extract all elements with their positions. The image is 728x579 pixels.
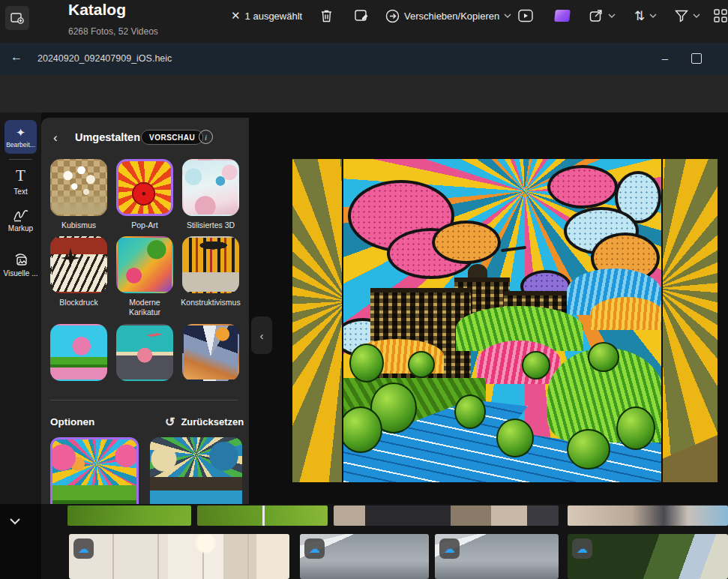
- style-card-popart[interactable]: Pop-Art: [116, 159, 177, 230]
- sort-button[interactable]: ⇅: [634, 7, 657, 25]
- rail-item-visuelle[interactable]: Visuelle ...: [0, 252, 41, 278]
- halftone-cloud: [432, 220, 501, 264]
- move-arrow-icon: [385, 9, 400, 23]
- chevron-down-icon: [504, 14, 511, 18]
- cloud-icon: ☁: [309, 542, 320, 556]
- halftone-cloud: [547, 165, 618, 208]
- edit-image-icon: [355, 9, 369, 22]
- slideshow-button[interactable]: [518, 7, 533, 25]
- style-card-pixel-art[interactable]: [50, 324, 107, 381]
- edit-image-button[interactable]: [355, 7, 369, 25]
- photo-tile[interactable]: ☁: [568, 534, 728, 579]
- collapse-strip-button[interactable]: [9, 518, 21, 525]
- artwork-preview[interactable]: [292, 159, 718, 482]
- options-title: Optionen: [50, 416, 94, 428]
- cloud-sync-badge: ☁: [73, 538, 94, 559]
- layout-grid-button[interactable]: [714, 7, 727, 25]
- photo-tile[interactable]: ☁: [435, 534, 559, 579]
- delete-button[interactable]: [320, 7, 333, 25]
- style-label: Kubismus: [46, 220, 111, 230]
- style-label: Blockdruck: [46, 298, 111, 308]
- style-card-moderne-karikatur[interactable]: Moderne Karikatur: [116, 236, 177, 317]
- albums-button[interactable]: [555, 7, 570, 25]
- cloud-sync-badge: ☁: [572, 538, 592, 559]
- page-subtitle: 6268 Fotos, 52 Videos: [68, 26, 158, 37]
- share-button[interactable]: [589, 7, 616, 25]
- style-label: Moderne Karikatur: [112, 298, 177, 317]
- style-label: Pop-Art: [112, 220, 177, 230]
- photo-thumb[interactable]: [67, 506, 191, 526]
- screen: Katalog 6268 Fotos, 52 Videos ✕ 1 ausgew…: [0, 0, 728, 579]
- style-thumbnail: [182, 159, 239, 216]
- style-card-retro[interactable]: [116, 324, 173, 381]
- panel-collapse-button[interactable]: ‹: [251, 316, 272, 354]
- photo-thumb[interactable]: [334, 506, 559, 526]
- filter-icon: [675, 10, 688, 22]
- filter-button[interactable]: [675, 7, 700, 25]
- move-copy-button[interactable]: Verschieben/Kopieren: [385, 7, 511, 25]
- style-card-kubismus[interactable]: Kubismus: [50, 159, 111, 230]
- style-label: Konstruktivismus: [178, 298, 243, 308]
- info-icon[interactable]: i: [199, 130, 213, 144]
- divider: [9, 159, 32, 160]
- style-thumbnail-selected: [116, 159, 173, 216]
- tree: [567, 429, 610, 470]
- tools-rail: ✦ Bearbeit... T Text Markup Visuelle ...: [0, 112, 41, 514]
- tree: [522, 351, 550, 380]
- style-card-lowpoly[interactable]: [182, 324, 239, 381]
- panel-title: Umgestalten: [75, 131, 140, 143]
- expanded-edge-right: [663, 159, 718, 482]
- gallery-strip: ☁ ☁ ☁ ☁: [0, 504, 728, 579]
- add-folder-icon: [10, 12, 24, 24]
- style-thumbnail: [182, 236, 239, 293]
- chevron-down-icon: [608, 14, 616, 18]
- photos-header: Katalog 6268 Fotos, 52 Videos ✕ 1 ausgew…: [0, 0, 728, 43]
- clear-selection-button[interactable]: ✕ 1 ausgewählt: [231, 7, 302, 25]
- rail-item-markup[interactable]: Markup: [0, 208, 41, 232]
- design-canvas: ‹: [249, 112, 728, 504]
- move-copy-label: Verschieben/Kopieren: [404, 10, 499, 22]
- style-thumbnail: [182, 324, 239, 381]
- sort-arrows-icon: ⇅: [634, 8, 645, 24]
- video-icon: [518, 9, 533, 22]
- style-card-stilisiertes-3d[interactable]: Stilisiertes 3D: [182, 159, 243, 230]
- preview-badge: VORSCHAU: [141, 130, 203, 145]
- cloud-icon: ☁: [444, 542, 455, 556]
- photo-thumb[interactable]: [568, 506, 728, 526]
- photo-thumb[interactable]: [197, 506, 328, 526]
- style-card-blockdruck[interactable]: Blockdruck: [50, 236, 111, 308]
- divider: [50, 400, 238, 400]
- minimize-button[interactable]: –: [654, 52, 676, 64]
- style-label: Stilisiertes 3D: [178, 220, 243, 230]
- grid-icon: [714, 9, 727, 22]
- designer-toolbar: Designer Design 1 15 % ↶ ↷ Speichern 10: [0, 75, 728, 112]
- maximize-button[interactable]: [691, 53, 702, 64]
- chevron-down-icon: [693, 14, 700, 18]
- option-variant-1-selected[interactable]: [50, 437, 139, 504]
- cloud-sync-badge: ☁: [439, 538, 460, 559]
- filename-label: 20240920_092407909_iOS.heic: [37, 53, 172, 64]
- rail-item-label: Text: [13, 188, 27, 196]
- reset-icon: ↺: [165, 415, 175, 429]
- tree: [454, 394, 486, 429]
- reset-label: Zurücksetzen: [181, 416, 244, 428]
- back-button[interactable]: ←: [10, 50, 22, 64]
- panel-back-button[interactable]: ‹: [53, 130, 58, 146]
- style-thumbnail: [50, 324, 107, 381]
- style-thumbnail: [116, 324, 173, 381]
- photo-tile[interactable]: ☁: [69, 534, 289, 579]
- style-thumbnail: [50, 159, 107, 216]
- reset-button[interactable]: ↺ Zurücksetzen: [165, 415, 244, 429]
- style-thumbnail: [116, 236, 173, 293]
- rail-item-text[interactable]: T Text: [0, 166, 41, 196]
- expanded-edge-left: [292, 159, 342, 482]
- style-card-konstruktivismus[interactable]: Konstruktivismus: [182, 236, 243, 308]
- option-variant-2[interactable]: [150, 437, 242, 504]
- rail-item-bearbeiten[interactable]: ✦ Bearbeit...: [4, 120, 37, 154]
- album-folder-icon: [554, 10, 571, 22]
- rail-item-label: Visuelle ...: [4, 269, 38, 278]
- photo-tile[interactable]: ☁: [300, 534, 429, 579]
- viewer-title-bar: ← 20240920_092407909_iOS.heic –: [0, 43, 728, 75]
- add-folder-button[interactable]: [5, 6, 29, 30]
- text-icon: T: [16, 166, 25, 185]
